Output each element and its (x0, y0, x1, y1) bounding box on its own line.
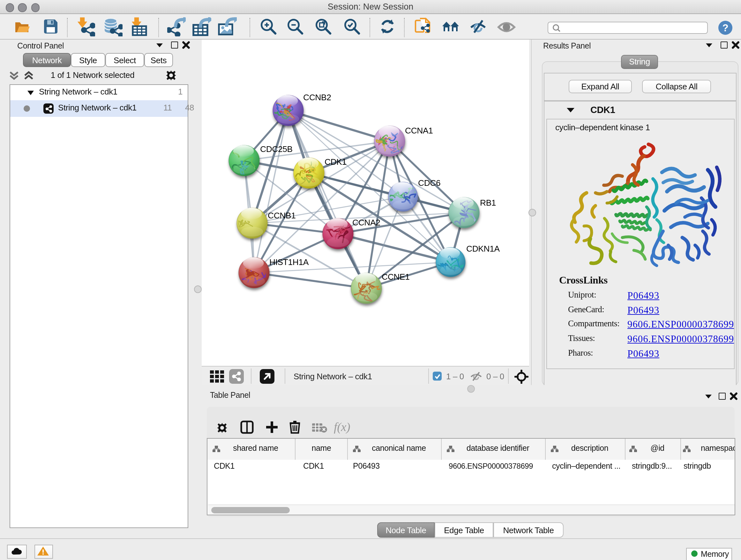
svg-text:CCNA1: CCNA1 (405, 126, 433, 135)
svg-text:CCNB2: CCNB2 (303, 92, 331, 102)
svg-text:CDC25B: CDC25B (260, 144, 293, 154)
svg-text:CDK1: CDK1 (325, 157, 347, 167)
svg-text:CCNB1: CCNB1 (268, 211, 295, 220)
svg-text:CCNA2: CCNA2 (352, 218, 380, 227)
svg-text:RB1: RB1 (480, 198, 496, 207)
svg-text:CDKN1A: CDKN1A (466, 244, 500, 253)
svg-text:?: ? (723, 22, 729, 34)
svg-text:HIST1H1A: HIST1H1A (269, 257, 309, 267)
svg-text:CCNE1: CCNE1 (382, 272, 409, 282)
svg-text:CDC6: CDC6 (418, 178, 441, 188)
